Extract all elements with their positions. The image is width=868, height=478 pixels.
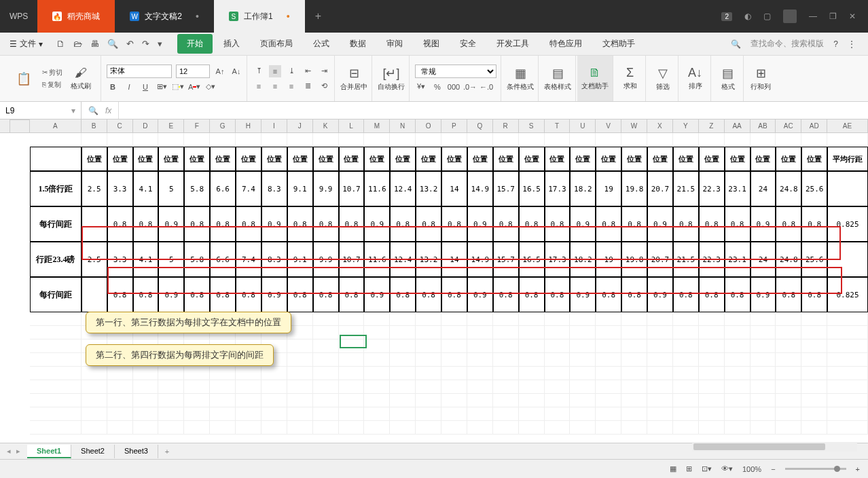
cell[interactable]: [751, 353, 776, 367]
window-close[interactable]: ✕: [849, 12, 856, 21]
cell[interactable]: 11.6: [364, 171, 390, 206]
cell[interactable]: [621, 326, 647, 339]
cell[interactable]: [390, 133, 416, 147]
cell[interactable]: [725, 394, 751, 407]
cell[interactable]: [621, 407, 647, 421]
cell[interactable]: 10.7: [339, 171, 365, 206]
col-header-E[interactable]: E: [158, 120, 184, 133]
col-header-B[interactable]: B: [82, 120, 107, 133]
cell[interactable]: [441, 407, 467, 421]
cell[interactable]: [30, 421, 82, 435]
cell[interactable]: [82, 367, 107, 380]
cell[interactable]: [313, 380, 339, 394]
cell[interactable]: 18.2: [570, 171, 596, 206]
cell[interactable]: [519, 367, 545, 380]
cell[interactable]: 7.4: [236, 171, 261, 206]
cell[interactable]: [236, 367, 261, 380]
cell[interactable]: [776, 312, 801, 326]
cell[interactable]: [776, 339, 801, 353]
cell[interactable]: [210, 421, 236, 435]
cell[interactable]: [699, 353, 725, 367]
font-size-select[interactable]: [176, 65, 210, 78]
cell[interactable]: [261, 394, 287, 407]
col-header-A[interactable]: A: [30, 120, 82, 133]
cell[interactable]: [287, 407, 313, 421]
cell[interactable]: 0.8: [545, 277, 571, 312]
cell[interactable]: [313, 133, 339, 147]
cell[interactable]: [184, 394, 210, 407]
cell[interactable]: [647, 367, 673, 380]
cell[interactable]: 0.9: [158, 206, 184, 242]
cell[interactable]: [673, 421, 699, 435]
cell[interactable]: [493, 421, 519, 435]
cell[interactable]: [107, 380, 133, 394]
cell[interactable]: [776, 133, 801, 147]
cell[interactable]: [158, 380, 184, 394]
cell[interactable]: 3.3: [107, 242, 133, 277]
cell[interactable]: [313, 421, 339, 435]
cell[interactable]: [364, 394, 390, 407]
cell[interactable]: [364, 380, 390, 394]
cell[interactable]: 9.9: [313, 242, 339, 277]
cell[interactable]: [545, 133, 571, 147]
horizontal-scrollbar[interactable]: [692, 442, 857, 452]
cell[interactable]: [801, 394, 827, 407]
cell[interactable]: 12.4: [390, 171, 416, 206]
cell[interactable]: [107, 367, 133, 380]
cell[interactable]: 9.1: [287, 171, 313, 206]
cell[interactable]: [776, 353, 801, 367]
rowcol-button[interactable]: ⊞行和列: [745, 56, 776, 101]
cell[interactable]: [339, 326, 365, 339]
cell[interactable]: [287, 353, 313, 367]
cell[interactable]: 位置: [699, 147, 725, 171]
cell[interactable]: [30, 407, 82, 421]
cell[interactable]: [82, 277, 107, 312]
cell[interactable]: [725, 421, 751, 435]
cell[interactable]: [673, 367, 699, 380]
cell[interactable]: [133, 407, 159, 421]
cell[interactable]: 16.5: [519, 171, 545, 206]
cell[interactable]: [441, 421, 467, 435]
col-header-F[interactable]: F: [184, 120, 210, 133]
cell[interactable]: [519, 380, 545, 394]
cell[interactable]: [313, 312, 339, 326]
cell[interactable]: 位置: [416, 147, 441, 171]
cell[interactable]: [416, 421, 441, 435]
cell[interactable]: 位置: [519, 147, 545, 171]
cell[interactable]: [827, 421, 868, 435]
cell[interactable]: [158, 421, 184, 435]
decrease-font[interactable]: A↓: [230, 65, 242, 77]
cell[interactable]: [390, 394, 416, 407]
cell[interactable]: [699, 133, 725, 147]
cell[interactable]: [261, 133, 287, 147]
currency-button[interactable]: ¥▾: [415, 81, 427, 93]
cell[interactable]: 位置: [596, 147, 621, 171]
cell[interactable]: 0.8: [313, 277, 339, 312]
cell[interactable]: [82, 407, 107, 421]
cell[interactable]: 0.9: [570, 277, 596, 312]
cell[interactable]: [596, 394, 621, 407]
cell[interactable]: 0.9: [467, 206, 493, 242]
cell[interactable]: [519, 353, 545, 367]
cell[interactable]: 8.3: [261, 242, 287, 277]
cell[interactable]: [621, 421, 647, 435]
cell[interactable]: [339, 380, 365, 394]
cell[interactable]: 位置: [364, 147, 390, 171]
cell[interactable]: [261, 421, 287, 435]
cell[interactable]: [519, 394, 545, 407]
cell[interactable]: 位置: [621, 147, 647, 171]
lookup-icon[interactable]: 🔍: [88, 106, 98, 115]
cell[interactable]: 6.6: [210, 242, 236, 277]
cell[interactable]: [467, 312, 493, 326]
cell[interactable]: 位置: [236, 147, 261, 171]
cell[interactable]: 0.9: [261, 206, 287, 242]
cell[interactable]: [801, 380, 827, 394]
cell[interactable]: [647, 407, 673, 421]
cell[interactable]: [261, 407, 287, 421]
cell[interactable]: [621, 133, 647, 147]
col-header-AD[interactable]: AD: [801, 120, 827, 133]
cell[interactable]: [545, 407, 571, 421]
cell[interactable]: [236, 394, 261, 407]
notify-badge[interactable]: 2: [721, 12, 732, 21]
cell[interactable]: 14: [441, 242, 467, 277]
